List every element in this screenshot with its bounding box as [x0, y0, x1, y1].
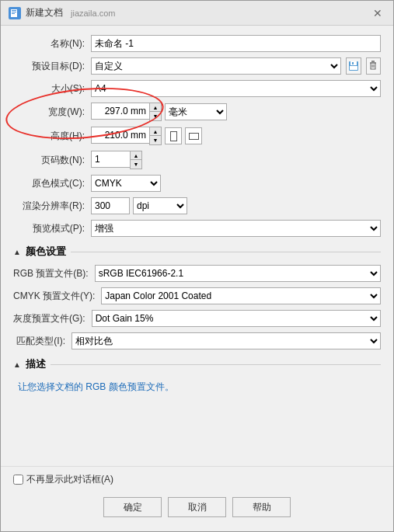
form-content: 名称(N): 预设目标(D): 自定义 [1, 26, 393, 466]
height-down-button[interactable]: ▼ [150, 136, 161, 144]
name-input[interactable] [91, 35, 381, 52]
rgb-row: RGB 预置文件(B): sRGB IEC61966-2.1 [13, 265, 381, 282]
svg-rect-7 [350, 66, 357, 70]
desc-text: 让您选择文档的 RGB 颜色预置文件。 [18, 377, 381, 397]
color-section-triangle: ▲ [13, 248, 21, 256]
render-label: 渲染分辨率(R): [13, 200, 91, 213]
pages-spinner-group: ▲ ▼ [91, 151, 142, 169]
gray-row: 灰度预置文件(G): Dot Gain 15% [13, 310, 381, 327]
preview-select[interactable]: 增强 [91, 220, 381, 237]
cmyk-row: CMYK 预置文件(Y): Japan Color 2001 Coated [13, 287, 381, 304]
svg-rect-3 [12, 13, 15, 14]
no-show-label[interactable]: 不再显示此对话框(A) [26, 473, 113, 486]
color-mode-row: 原色模式(C): CMYK [13, 175, 381, 192]
ok-button[interactable]: 确定 [103, 497, 162, 517]
no-show-checkbox[interactable] [13, 475, 23, 485]
render-unit-select[interactable]: dpi [133, 197, 187, 214]
svg-rect-1 [12, 10, 16, 11]
delete-preset-button[interactable] [366, 57, 381, 75]
width-down-button[interactable]: ▼ [150, 112, 161, 120]
render-control: dpi [91, 197, 381, 214]
name-label: 名称(N): [13, 37, 91, 50]
name-row: 名称(N): [13, 35, 381, 52]
match-select[interactable]: 相对比色 [71, 332, 381, 349]
size-select[interactable]: A4 [91, 80, 381, 97]
new-document-dialog: 新建文档 jiazaila.com ✕ 名称(N): 预设目标(D): 自定义 [0, 0, 394, 532]
size-label: 大小(S): [13, 82, 91, 96]
save-preset-button[interactable] [346, 57, 361, 75]
color-mode-select[interactable]: CMYK [91, 175, 161, 192]
cmyk-select[interactable]: Japan Color 2001 Coated [101, 287, 381, 304]
landscape-button[interactable] [185, 127, 202, 144]
title-bar-left: 新建文档 jiazaila.com [9, 6, 115, 19]
height-control: ▲ ▼ [91, 127, 381, 145]
checkbox-row: 不再显示此对话框(A) [13, 473, 381, 486]
preview-control: 增强 [91, 220, 381, 237]
pages-up-button[interactable]: ▲ [131, 151, 141, 160]
size-control: A4 [91, 80, 381, 97]
preset-select[interactable]: 自定义 [91, 57, 341, 75]
spacer [13, 397, 381, 412]
watermark: jiazaila.com [71, 9, 115, 18]
color-mode-control: CMYK [91, 175, 381, 192]
width-label: 宽度(W): [13, 106, 91, 119]
preset-label: 预设目标(D): [13, 60, 91, 73]
cmyk-label: CMYK 预置文件(Y): [13, 290, 101, 303]
width-input[interactable] [91, 103, 149, 120]
desc-section-header: ▲ 描述 [13, 357, 381, 371]
color-section-title: 颜色设置 [26, 245, 66, 259]
app-icon [9, 7, 21, 19]
width-unit-select[interactable]: 毫米 [165, 103, 227, 120]
rgb-label: RGB 预置文件(B): [13, 267, 95, 280]
cancel-button[interactable]: 取消 [168, 497, 226, 517]
gray-label: 灰度预置文件(G): [13, 312, 92, 325]
preset-control: 自定义 [91, 57, 381, 75]
height-spinner-group: ▲ ▼ [91, 127, 162, 145]
height-row: 高度(H): ▲ ▼ [13, 127, 381, 145]
color-section-line [71, 252, 381, 252]
height-input[interactable] [91, 127, 149, 144]
portrait-icon [170, 131, 177, 141]
title-bar: 新建文档 jiazaila.com ✕ [1, 1, 393, 26]
width-control: ▲ ▼ 毫米 [91, 103, 381, 121]
width-row: 宽度(W): ▲ ▼ 毫米 [13, 103, 381, 121]
pages-down-button[interactable]: ▼ [131, 160, 141, 169]
desc-section-triangle: ▲ [13, 360, 21, 369]
rgb-control: sRGB IEC61966-2.1 [95, 265, 381, 282]
height-spinner: ▲ ▼ [149, 127, 162, 145]
match-label: 匹配类型(I): [13, 335, 71, 348]
color-section-header: ▲ 颜色设置 [13, 245, 381, 259]
button-bar: 确定 取消 帮助 [13, 492, 381, 525]
height-label: 高度(H): [13, 130, 91, 143]
help-button[interactable]: 帮助 [232, 497, 291, 517]
desc-section-title: 描述 [26, 357, 46, 371]
svg-rect-8 [371, 63, 375, 69]
preview-label: 预览模式(P): [13, 222, 91, 235]
bottom-area: 不再显示此对话框(A) 确定 取消 帮助 [1, 466, 393, 531]
pages-label: 页码数(N): [13, 154, 91, 167]
pages-control: ▲ ▼ [91, 151, 381, 169]
close-button[interactable]: ✕ [370, 5, 385, 21]
gray-select[interactable]: Dot Gain 15% [92, 310, 381, 327]
render-input[interactable] [91, 197, 130, 214]
match-row: 匹配类型(I): 相对比色 [13, 332, 381, 349]
width-up-button[interactable]: ▲ [150, 103, 161, 112]
size-row: 大小(S): A4 [13, 80, 381, 97]
rgb-select[interactable]: sRGB IEC61966-2.1 [95, 265, 381, 282]
match-control: 相对比色 [71, 332, 381, 349]
cmyk-control: Japan Color 2001 Coated [101, 287, 381, 304]
portrait-button[interactable] [165, 127, 182, 144]
pages-input[interactable] [91, 151, 130, 168]
dialog-title: 新建文档 [26, 6, 63, 19]
render-row: 渲染分辨率(R): dpi [13, 197, 381, 214]
height-up-button[interactable]: ▲ [150, 127, 161, 136]
desc-section-line [51, 364, 381, 365]
svg-rect-6 [352, 62, 354, 64]
pages-row: 页码数(N): ▲ ▼ [13, 151, 381, 169]
gray-control: Dot Gain 15% [92, 310, 381, 327]
width-spinner: ▲ ▼ [149, 103, 162, 121]
preset-row: 预设目标(D): 自定义 [13, 57, 381, 75]
trash-icon [368, 61, 378, 71]
landscape-icon [189, 133, 199, 140]
preview-row: 预览模式(P): 增强 [13, 220, 381, 237]
